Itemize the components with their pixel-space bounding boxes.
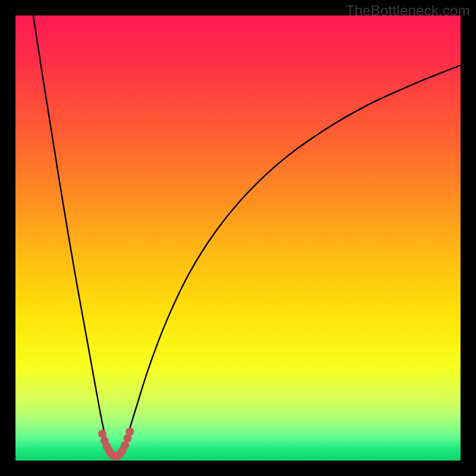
watermark-text: TheBottleneck.com (346, 2, 470, 19)
curve-right-branch (119, 65, 461, 458)
chart-frame: TheBottleneck.com (0, 0, 476, 476)
marker-dot (121, 441, 129, 450)
marker-dot (126, 427, 134, 436)
bottleneck-curve (15, 15, 461, 461)
curve-left-branch (33, 15, 112, 458)
plot-area (15, 15, 461, 461)
min-marker (98, 427, 134, 460)
